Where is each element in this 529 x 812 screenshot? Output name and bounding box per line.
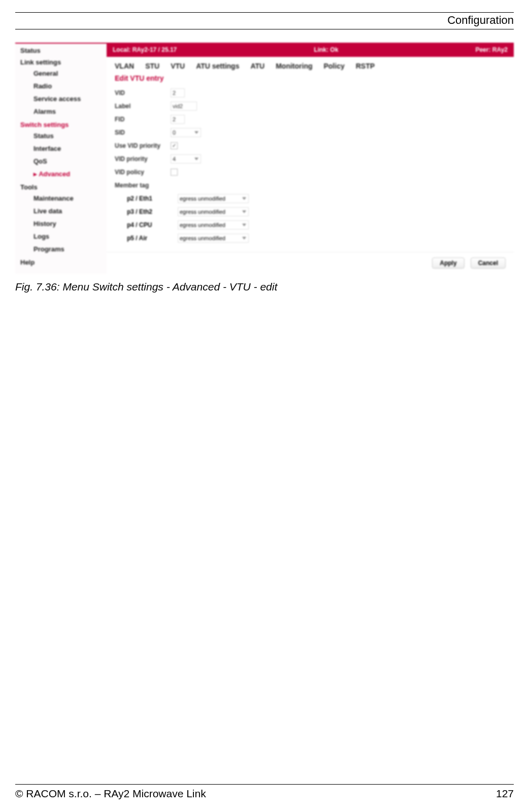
header-rule-bottom: [15, 29, 514, 29]
member-mode-2[interactable]: egress unmodified: [178, 220, 249, 230]
member-mode-3[interactable]: egress unmodified: [178, 234, 249, 243]
sidebar-group-switch-settings[interactable]: Switch settings: [15, 118, 107, 129]
sidebar-item-service-access[interactable]: Service access: [15, 92, 107, 105]
section-title: Edit VTU entry: [107, 73, 514, 86]
sidebar-item-live-data[interactable]: Live data: [15, 205, 107, 217]
member-mode-0[interactable]: egress unmodified: [178, 194, 249, 203]
member-port-0: p2 / Eth1: [127, 195, 162, 202]
member-row-3: p5 / Air egress unmodified: [127, 232, 506, 245]
apply-button[interactable]: Apply: [432, 257, 464, 269]
label-label: Label: [115, 103, 171, 110]
member-row-1: p3 / Eth2 egress unmodified: [127, 205, 506, 218]
status-banner: Local: RAy2-17 / 25.17 Link: Ok Peer: RA…: [107, 43, 514, 57]
sidebar-group-status[interactable]: Status: [15, 44, 107, 55]
label-vid-policy: VID policy: [115, 169, 171, 176]
figure-caption: Fig. 7.36: Menu Switch settings - Advanc…: [15, 281, 514, 293]
row-vid-policy: VID policy: [115, 166, 506, 179]
footer-copyright: © RACOM s.r.o. – RAy2 Microwave Link: [15, 788, 206, 800]
tab-atu-settings[interactable]: ATU settings: [196, 62, 239, 70]
row-fid: FID 2: [115, 113, 506, 126]
header-title: Configuration: [15, 13, 514, 29]
sidebar-item-alarms[interactable]: Alarms: [15, 105, 107, 118]
cancel-button[interactable]: Cancel: [471, 257, 506, 269]
tab-monitoring[interactable]: Monitoring: [276, 62, 312, 70]
row-vid: VID 2: [115, 86, 506, 100]
tab-stu[interactable]: STU: [145, 62, 159, 70]
figure-screenshot: Status Link settings General Radio Servi…: [15, 43, 514, 274]
sidebar-group-link-settings[interactable]: Link settings: [15, 55, 107, 67]
checkbox-vid-policy[interactable]: [171, 169, 178, 176]
select-vid-priority[interactable]: 4: [171, 154, 201, 164]
tab-rstp[interactable]: RSTP: [356, 62, 375, 70]
sidebar-item-advanced-label: Advanced: [39, 170, 70, 178]
label-use-vid-priority: Use VID priority: [115, 142, 171, 149]
sidebar-item-programs[interactable]: Programs: [15, 243, 107, 255]
row-vid-priority: VID priority 4: [115, 152, 506, 166]
label-sid: SID: [115, 129, 171, 136]
tab-bar: VLAN STU VTU ATU settings ATU Monitoring…: [107, 57, 514, 73]
row-label: Label vid2: [115, 100, 506, 113]
row-use-vid-priority: Use VID priority ✓: [115, 139, 506, 152]
sidebar-item-advanced[interactable]: ▸ Advanced: [15, 168, 107, 180]
footer-page-number: 127: [496, 788, 514, 800]
button-bar: Apply Cancel: [107, 254, 514, 274]
member-row-2: p4 / CPU egress unmodified: [127, 218, 506, 232]
sidebar-group-help[interactable]: Help: [15, 255, 107, 267]
label-vid-priority: VID priority: [115, 155, 171, 163]
main-panel: Local: RAy2-17 / 25.17 Link: Ok Peer: RA…: [107, 43, 514, 274]
row-sid: SID 0: [115, 126, 506, 139]
tab-policy[interactable]: Policy: [323, 62, 344, 70]
member-tag-list: p2 / Eth1 egress unmodified p3 / Eth2 eg…: [107, 192, 514, 249]
sidebar-item-radio[interactable]: Radio: [15, 80, 107, 92]
input-label[interactable]: vid2: [171, 102, 197, 111]
label-fid: FID: [115, 116, 171, 123]
sidebar-group-tools[interactable]: Tools: [15, 180, 107, 192]
banner-local: Local: RAy2-17 / 25.17: [113, 46, 177, 53]
tab-atu[interactable]: ATU: [250, 62, 264, 70]
sidebar-item-history[interactable]: History: [15, 217, 107, 230]
member-mode-1[interactable]: egress unmodified: [178, 207, 249, 216]
sidebar-item-interface[interactable]: Interface: [15, 142, 107, 155]
member-port-2: p4 / CPU: [127, 221, 162, 229]
tab-vtu[interactable]: VTU: [171, 62, 185, 70]
row-member-tag: Member tag: [115, 179, 506, 192]
banner-link: Link: Ok: [314, 46, 338, 53]
member-port-3: p5 / Air: [127, 235, 162, 242]
select-sid[interactable]: 0: [171, 128, 201, 137]
sidebar-item-switch-status[interactable]: Status: [15, 129, 107, 142]
sidebar: Status Link settings General Radio Servi…: [15, 43, 107, 274]
checkbox-use-vid-priority[interactable]: ✓: [171, 142, 178, 149]
member-port-1: p3 / Eth2: [127, 208, 162, 215]
sidebar-item-qos[interactable]: QoS: [15, 155, 107, 168]
page-footer: © RACOM s.r.o. – RAy2 Microwave Link 127: [15, 784, 514, 800]
label-member-tag: Member tag: [115, 182, 171, 189]
sidebar-item-general[interactable]: General: [15, 67, 107, 80]
banner-peer: Peer: RAy2: [475, 46, 508, 53]
form-divider: [107, 252, 514, 252]
input-fid[interactable]: 2: [171, 115, 185, 124]
tab-vlan[interactable]: VLAN: [115, 62, 134, 70]
member-row-0: p2 / Eth1 egress unmodified: [127, 192, 506, 205]
label-vid: VID: [115, 89, 171, 96]
vtu-form: VID 2 Label vid2 FID 2 SID 0 Use VID pri…: [107, 86, 514, 192]
sidebar-item-logs[interactable]: Logs: [15, 230, 107, 243]
input-vid[interactable]: 2: [171, 88, 185, 98]
sidebar-item-maintenance[interactable]: Maintenance: [15, 192, 107, 205]
